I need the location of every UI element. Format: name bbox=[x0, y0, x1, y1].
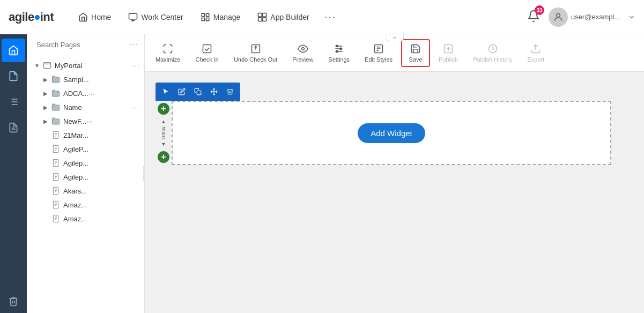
svg-rect-7 bbox=[258, 13, 262, 17]
user-avatar[interactable]: user@example.com bbox=[549, 8, 635, 27]
widget-delete-button[interactable] bbox=[223, 85, 237, 99]
toolbar-editstyles-label: Edit Styles bbox=[365, 56, 393, 63]
tree-item-amaz2[interactable]: Amaz... bbox=[27, 212, 144, 226]
nav-workcenter[interactable]: Work Center bbox=[121, 8, 190, 26]
row-add-top-button[interactable]: + bbox=[158, 103, 169, 115]
tree-label-amaz1: Amaz... bbox=[63, 201, 87, 209]
svg-rect-43 bbox=[53, 201, 58, 208]
widget-copy-button[interactable] bbox=[191, 85, 205, 99]
tree-item-agilep1[interactable]: AgileP... bbox=[27, 142, 144, 156]
appbuilder-icon bbox=[257, 12, 267, 22]
nav-more[interactable]: ··· bbox=[319, 6, 342, 27]
doc-sidebar-icon bbox=[8, 122, 19, 133]
tree-item-agilep2[interactable]: Agilep... bbox=[27, 156, 144, 170]
user-name: user@example.com bbox=[571, 13, 625, 21]
save-icon bbox=[410, 43, 421, 54]
delete-widget-icon bbox=[226, 88, 234, 95]
sidebar-item-list[interactable] bbox=[2, 90, 25, 114]
tree-item-21mar[interactable]: 21Mar... bbox=[27, 128, 144, 142]
widget-edit-button[interactable] bbox=[175, 85, 189, 99]
tree-label-newf: NewF...··· bbox=[63, 117, 92, 125]
search-input[interactable] bbox=[36, 41, 127, 49]
toolbar-editstyles[interactable]: Edit Styles bbox=[358, 39, 399, 67]
nav-manage[interactable]: Manage bbox=[193, 8, 248, 26]
folder-icon bbox=[43, 61, 51, 70]
widget-toolbar bbox=[156, 83, 240, 101]
sidebar-item-home[interactable] bbox=[2, 39, 25, 62]
tree-toggle-myportal[interactable]: ▼ bbox=[33, 62, 41, 69]
tree-toggle-sampl[interactable]: ▶ bbox=[42, 76, 49, 83]
tree-item-sampl[interactable]: ▶ Sampl... bbox=[27, 72, 144, 86]
nav-workcenter-label: Work Center bbox=[141, 13, 183, 21]
tree-item-agilep3[interactable]: Agilep... bbox=[27, 170, 144, 184]
row-controls: + ▲ 100px ▼ + bbox=[156, 101, 172, 165]
toolbar-settings[interactable]: Settings bbox=[322, 39, 356, 67]
svg-rect-6 bbox=[206, 18, 209, 20]
toolbar-settings-label: Settings bbox=[328, 56, 350, 63]
tree-item-myportal[interactable]: ▼ MyPortal ··· bbox=[27, 58, 144, 72]
svg-rect-0 bbox=[129, 13, 137, 19]
svg-point-58 bbox=[340, 48, 342, 49]
copy-icon bbox=[194, 88, 202, 95]
arrow-up-icon: ▲ bbox=[161, 119, 166, 124]
canvas-block[interactable]: Add Widget bbox=[172, 101, 611, 165]
main-layout: ··· ▼ MyPortal ··· ▶ Sampl... ▶ ADCA...·… bbox=[0, 34, 644, 313]
tree-toggle-name[interactable]: ▶ bbox=[42, 103, 49, 111]
tree-dots-name[interactable]: ··· bbox=[132, 103, 140, 111]
toolbar-publish: Publish bbox=[432, 39, 464, 67]
svg-rect-68 bbox=[197, 91, 201, 95]
toolbar-maximize-label: Maximize bbox=[156, 56, 180, 63]
sidebar-item-doc[interactable] bbox=[2, 116, 25, 139]
canvas-row: + ▲ 100px ▼ + Add Widget bbox=[156, 101, 611, 165]
list-sidebar-icon bbox=[8, 96, 19, 107]
svg-rect-10 bbox=[263, 17, 267, 21]
sidebar-item-pages[interactable] bbox=[2, 64, 25, 88]
svg-rect-3 bbox=[202, 13, 204, 16]
tree-item-akars[interactable]: Akars... bbox=[27, 184, 144, 198]
widget-select-button[interactable] bbox=[159, 85, 173, 99]
tree-toggle-newf[interactable]: ▶ bbox=[42, 117, 49, 125]
toolbar-checkin[interactable]: Check In bbox=[189, 39, 225, 67]
tree-label-adca: ADCA...··· bbox=[63, 90, 94, 98]
tree-item-adca[interactable]: ▶ ADCA...··· bbox=[27, 86, 144, 100]
toolbar-maximize[interactable]: Maximize bbox=[149, 39, 187, 67]
nav-appbuilder-label: App Builder bbox=[270, 13, 309, 21]
tree-label-agilep2: Agilep... bbox=[63, 159, 88, 167]
icon-sidebar bbox=[0, 34, 27, 313]
toolbar-undocheckout[interactable]: Undo Check Out bbox=[227, 39, 284, 67]
tree-item-newf[interactable]: ▶ NewF...··· bbox=[27, 114, 144, 128]
svg-rect-9 bbox=[258, 17, 262, 21]
nav-home-label: Home bbox=[91, 13, 111, 21]
toolbar-collapse-button[interactable] bbox=[386, 34, 404, 41]
tree-toggle-adca[interactable]: ▶ bbox=[42, 90, 49, 97]
page-sidebar: ··· ▼ MyPortal ··· ▶ Sampl... ▶ ADCA...·… bbox=[27, 34, 145, 313]
svg-rect-27 bbox=[53, 145, 58, 152]
row-add-bottom-button[interactable]: + bbox=[158, 151, 169, 163]
toolbar-preview[interactable]: Preview bbox=[286, 39, 320, 67]
tree-item-name[interactable]: ▶ Name ··· bbox=[27, 100, 144, 114]
folder-icon bbox=[51, 89, 60, 98]
chevron-up-icon bbox=[392, 35, 397, 40]
svg-rect-23 bbox=[53, 131, 58, 138]
widget-move-button[interactable] bbox=[207, 85, 221, 99]
nav-appbuilder[interactable]: App Builder bbox=[250, 8, 316, 26]
cursor-icon bbox=[162, 88, 169, 95]
toolbar-export: Export bbox=[521, 39, 551, 67]
add-widget-button[interactable]: Add Widget bbox=[358, 123, 425, 143]
notification-button[interactable]: 33 bbox=[525, 8, 542, 26]
toolbar-export-label: Export bbox=[527, 56, 544, 63]
export-icon bbox=[530, 43, 541, 54]
toolbar-save[interactable]: Save bbox=[401, 39, 430, 67]
sidebar-more-button[interactable]: ··· bbox=[130, 40, 138, 49]
svg-rect-39 bbox=[53, 187, 58, 194]
checkin-icon bbox=[202, 43, 212, 54]
pages-sidebar-icon bbox=[8, 71, 19, 81]
sidebar-item-trash[interactable] bbox=[2, 289, 25, 313]
nav-home[interactable]: Home bbox=[71, 8, 119, 26]
tree-item-amaz1[interactable]: Amaz... bbox=[27, 198, 144, 212]
tree-dots-myportal[interactable]: ··· bbox=[132, 61, 140, 70]
toolbar-publishhistory-label: Publish History bbox=[473, 56, 512, 63]
pencil-icon bbox=[178, 88, 186, 95]
nav-manage-label: Manage bbox=[213, 13, 241, 21]
page-icon bbox=[51, 145, 60, 153]
